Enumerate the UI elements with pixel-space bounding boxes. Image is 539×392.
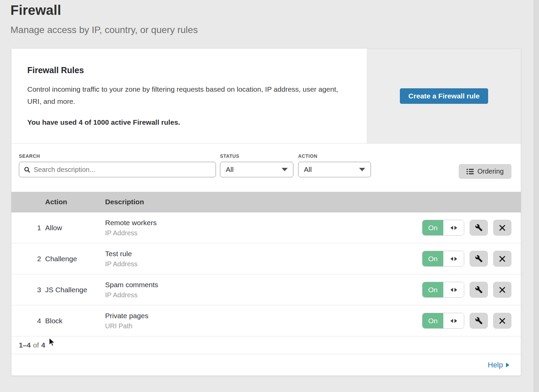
rule-priority: 2 (11, 255, 45, 263)
rule-action: JS Challenge (45, 286, 105, 294)
rule-enabled-toggle[interactable]: On (422, 282, 464, 298)
rule-controls: On (422, 251, 521, 267)
overview-heading: Firewall Rules (27, 65, 351, 75)
rule-action: Block (45, 317, 105, 325)
table-row: 2 Challenge Test rule IP Address On (11, 243, 521, 274)
table-header: Action Description (11, 192, 521, 212)
window-edge (534, 0, 539, 392)
pagination-of: of (33, 341, 39, 349)
rule-controls: On (422, 282, 521, 298)
toggle-on-label[interactable]: On (422, 220, 443, 235)
search-label: SEARCH (19, 153, 216, 159)
search-icon (24, 167, 30, 173)
overview-text-panel: Firewall Rules Control incoming traffic … (11, 49, 367, 143)
pagination-range: 1–4 (19, 341, 31, 349)
close-icon (499, 318, 506, 324)
card-footer: Help (11, 354, 521, 375)
create-firewall-rule-button[interactable]: Create a Firewall rule (400, 88, 488, 104)
page-header: Firewall Manage access by IP, country, o… (0, 0, 539, 35)
rules-usage-text: You have used 4 of 1000 active Firewall … (27, 118, 351, 126)
delete-rule-button[interactable] (493, 251, 511, 267)
action-select[interactable]: All (298, 162, 371, 177)
description-column-header: Description (105, 198, 521, 206)
ordering-button-label: Ordering (477, 168, 504, 175)
rule-field-type: URI Path (105, 322, 422, 330)
rule-description: Test rule (105, 250, 422, 258)
delete-rule-button[interactable] (493, 313, 511, 329)
ordered-list-icon (467, 169, 474, 175)
rule-enabled-toggle[interactable]: On (422, 251, 464, 267)
status-select[interactable]: All (220, 162, 293, 177)
help-link[interactable]: Help (488, 361, 509, 369)
search-field-group: SEARCH (19, 153, 216, 177)
toggle-arrows-icon[interactable] (443, 282, 464, 297)
overview-description: Control incoming traffic to your zone by… (27, 83, 351, 108)
filter-bar: SEARCH STATUS All ACTION All (11, 144, 521, 192)
page-subtitle: Manage access by IP, country, or query r… (10, 25, 539, 35)
rule-field-type: IP Address (105, 229, 422, 237)
rule-description-cell: Spam comments IP Address (105, 281, 422, 299)
close-icon (499, 287, 506, 293)
rule-description: Remote workers (105, 219, 422, 227)
wrench-icon (475, 255, 483, 263)
rule-priority: 1 (11, 224, 45, 232)
overview-section: Firewall Rules Control incoming traffic … (11, 49, 521, 144)
rule-enabled-toggle[interactable]: On (422, 220, 464, 236)
chevron-down-icon (282, 168, 288, 171)
rule-description-cell: Remote workers IP Address (105, 219, 422, 237)
search-input[interactable] (34, 166, 211, 174)
action-label: ACTION (298, 153, 371, 159)
toggle-arrows-icon[interactable] (443, 313, 464, 328)
page-title: Firewall (10, 3, 539, 18)
table-row: 1 Allow Remote workers IP Address On (11, 212, 521, 243)
rule-description: Spam comments (105, 281, 422, 289)
action-field-group: ACTION All (298, 153, 371, 177)
status-label: STATUS (220, 153, 293, 159)
firewall-rules-card: Firewall Rules Control incoming traffic … (11, 48, 521, 376)
edit-rule-button[interactable] (470, 313, 488, 329)
chevron-right-icon (506, 363, 509, 367)
toggle-on-label[interactable]: On (422, 282, 443, 297)
toggle-on-label[interactable]: On (422, 251, 443, 266)
wrench-icon (475, 317, 483, 325)
wrench-icon (475, 286, 483, 294)
rule-field-type: IP Address (105, 291, 422, 299)
delete-rule-button[interactable] (493, 220, 511, 236)
edit-rule-button[interactable] (470, 282, 488, 298)
edit-rule-button[interactable] (470, 251, 488, 267)
rule-description-cell: Test rule IP Address (105, 250, 422, 268)
delete-rule-button[interactable] (493, 282, 511, 298)
rule-action: Challenge (45, 255, 105, 263)
edit-rule-button[interactable] (470, 220, 488, 236)
close-icon (499, 255, 506, 262)
rule-action: Allow (45, 224, 105, 232)
chevron-down-icon (359, 168, 365, 171)
status-selected-value: All (226, 165, 233, 174)
pagination: 1–4 of 4 (11, 336, 521, 354)
status-field-group: STATUS All (220, 153, 293, 177)
help-link-label: Help (488, 361, 503, 369)
close-icon (499, 224, 506, 231)
rule-controls: On (422, 220, 521, 236)
ordering-button[interactable]: Ordering (459, 164, 511, 179)
overview-action-panel: Create a Firewall rule (367, 49, 521, 143)
action-column-header: Action (45, 198, 105, 206)
toggle-arrows-icon[interactable] (443, 251, 464, 266)
rule-description-cell: Private pages URI Path (105, 312, 422, 330)
action-selected-value: All (304, 165, 312, 174)
pagination-total: 4 (41, 341, 45, 349)
table-row: 4 Block Private pages URI Path On (11, 305, 521, 336)
table-row: 3 JS Challenge Spam comments IP Address … (11, 274, 521, 305)
toggle-on-label[interactable]: On (422, 313, 443, 328)
search-input-wrap (19, 162, 216, 177)
rule-field-type: IP Address (105, 260, 422, 268)
rule-priority: 4 (11, 317, 45, 325)
rule-controls: On (422, 313, 521, 329)
rule-priority: 3 (11, 286, 45, 294)
toggle-arrows-icon[interactable] (443, 220, 464, 235)
rule-description: Private pages (105, 312, 422, 320)
wrench-icon (475, 224, 483, 232)
rule-enabled-toggle[interactable]: On (422, 313, 464, 329)
